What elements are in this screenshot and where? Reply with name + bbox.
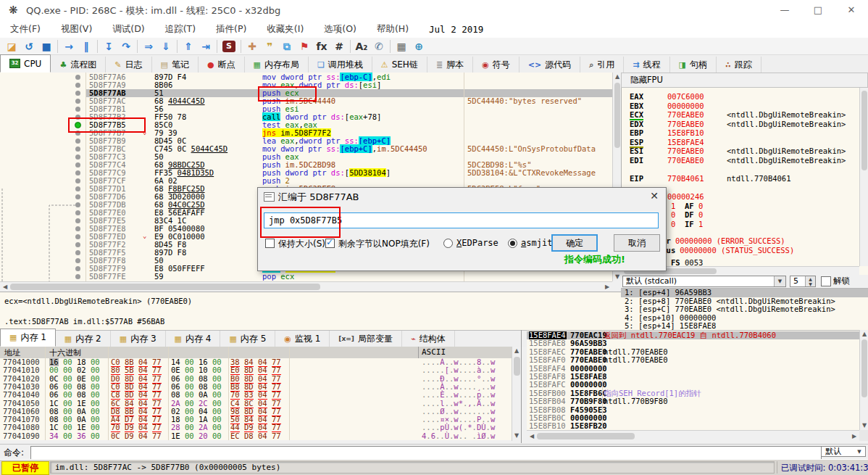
instruction-dot-icon[interactable] — [75, 186, 80, 191]
instruction-dot-icon[interactable] — [75, 234, 80, 239]
open-file-icon[interactable]: ◪ — [3, 39, 20, 54]
instruction-dot-icon[interactable] — [75, 250, 80, 255]
scroll-up-icon[interactable] — [512, 347, 521, 355]
instruction-dot-icon[interactable] — [75, 107, 80, 112]
menu-item-O[interactable]: 选项(O) — [314, 23, 367, 36]
labels-icon[interactable]: ⧉ — [278, 39, 296, 54]
scroll-right-icon[interactable] — [603, 283, 612, 292]
tab-struct[interactable]: ⌁结构体 — [402, 331, 455, 347]
registers-vertical-scrollbar[interactable] — [859, 88, 868, 266]
dialog-close-icon[interactable]: ✕ — [650, 190, 659, 202]
tab-script[interactable]: ≣脚本 — [427, 57, 473, 73]
instruction-dot-icon[interactable] — [75, 75, 80, 80]
menu-item-P[interactable]: 插件(P) — [206, 23, 256, 36]
instruction-dot-icon[interactable] — [75, 146, 80, 152]
font-icon[interactable]: A₂ — [353, 39, 370, 54]
maximize-button[interactable]: □ — [801, 0, 835, 20]
tab-notes[interactable]: ▤笔记 — [152, 57, 199, 73]
step-over-icon[interactable]: ↷ — [117, 39, 135, 54]
chevron-down-icon[interactable] — [774, 276, 785, 286]
memory-dump-view[interactable]: 7704100016 00 18 00C0 8B 04 7714 00 16 0… — [0, 358, 512, 440]
step-into-icon[interactable]: ↧ — [100, 39, 117, 54]
scroll-down-icon[interactable] — [512, 431, 521, 440]
stack-horizontal-scrollbar[interactable] — [527, 430, 859, 442]
tab-trace[interactable]: ∴跟踪 — [717, 57, 761, 73]
menu-item-T[interactable]: 追踪(T) — [155, 23, 206, 36]
stack-row[interactable]: 15E8FB04770B9F80ntdll.770B9F80 — [527, 397, 859, 405]
disasm-horizontal-scrollbar[interactable] — [0, 281, 612, 292]
tab-symbols[interactable]: ◉符号 — [473, 57, 519, 73]
scroll-up-icon[interactable] — [860, 330, 868, 339]
instruction-dot-icon[interactable] — [75, 226, 80, 231]
attach-icon[interactable]: ✆ — [370, 39, 388, 54]
asmjit-radio[interactable] — [508, 239, 517, 248]
scylla-icon[interactable]: S — [222, 41, 235, 52]
dump-col-address[interactable]: 地址 — [4, 347, 20, 358]
dialog-title-bar[interactable]: 汇编于 5D8F77AB ✕ — [258, 188, 666, 205]
functions-icon[interactable]: fx — [313, 39, 330, 54]
menu-item-V[interactable]: 视图(V) — [51, 23, 102, 36]
tab-graph[interactable]: ♣流程图 — [51, 57, 106, 73]
pause-icon[interactable]: ‖ — [78, 39, 95, 54]
patches-icon[interactable]: ✚ — [243, 39, 261, 54]
instruction-dot-icon[interactable] — [75, 178, 80, 183]
instruction-dot-icon[interactable] — [75, 83, 80, 88]
argument-row[interactable]: 3: [esp+C] 770EABE0 <ntdll.DbgUiRemoteBr… — [621, 305, 868, 314]
tab-cpu[interactable]: 32CPU — [0, 54, 51, 73]
instruction-dot-icon[interactable] — [75, 194, 80, 199]
tab-memory-map[interactable]: ▦内存布局 — [245, 57, 309, 73]
calling-convention-select[interactable]: 默认 (stdcall) — [622, 276, 786, 287]
tab-call-stack[interactable]: ❏调用堆栈 — [309, 57, 372, 73]
instruction-dot-icon[interactable] — [75, 139, 80, 144]
unlock-checkbox[interactable] — [821, 276, 831, 286]
disasm-row[interactable]: 5D8F77FE59pop ecx — [0, 273, 612, 281]
stack-row[interactable]: 15E8FAF0770EABE0ntdll.770EABE0 — [527, 356, 859, 364]
tab-breakpoints[interactable]: ●断点 — [199, 57, 245, 73]
scroll-left-icon[interactable] — [527, 432, 536, 441]
tab-source[interactable]: <>源代码 — [519, 57, 580, 73]
tab-dump-3[interactable]: ▦内存 3 — [111, 331, 166, 347]
tab-dump-4[interactable]: ▦内存 4 — [166, 331, 221, 347]
dump-vertical-scrollbar[interactable] — [512, 347, 522, 441]
scroll-right-icon[interactable] — [850, 432, 859, 441]
run-icon[interactable]: → — [60, 39, 78, 54]
spin-up-icon[interactable]: ▲▼ — [805, 276, 815, 286]
instruction-dot-icon[interactable] — [75, 218, 80, 223]
calculator-icon[interactable]: ▦ — [393, 39, 410, 54]
comments-icon[interactable]: ❞ — [261, 39, 278, 54]
tab-seh[interactable]: ⚠SEH链 — [372, 57, 427, 73]
argument-row[interactable]: 1: [esp+4] 96A59BB3 — [621, 289, 868, 297]
tab-dump-1[interactable]: ▦内存 1 — [0, 329, 56, 347]
instruction-dot-icon[interactable] — [75, 242, 80, 247]
tab-dump-5[interactable]: ▦内存 5 — [220, 331, 275, 347]
tab-dump-2[interactable]: ▦内存 2 — [56, 331, 111, 347]
hash-icon[interactable]: # — [330, 39, 348, 54]
instruction-dot-icon[interactable] — [75, 99, 80, 104]
command-input[interactable] — [30, 446, 822, 460]
depth-stepper[interactable]: 5 ▲▼ — [790, 276, 816, 287]
minimize-button[interactable]: — — [768, 0, 801, 20]
instruction-dot-icon[interactable] — [75, 91, 80, 96]
menu-item-H[interactable]: 帮助(H) — [367, 23, 419, 36]
ok-button[interactable]: 确定 — [551, 234, 598, 252]
tab-log[interactable]: ✎日志 — [106, 57, 151, 73]
instruction-dot-icon[interactable] — [75, 170, 80, 175]
instruction-dot-icon[interactable] — [75, 154, 80, 160]
keep-size-checkbox[interactable] — [265, 239, 275, 248]
arguments-view[interactable]: 1: [esp+4] 96A59BB32: [esp+8] 770EABE0 <… — [621, 288, 868, 331]
tab-locals[interactable]: [x=]局部变量 — [330, 331, 402, 347]
instruction-dot-icon[interactable] — [75, 258, 80, 263]
run-to-user-code-icon[interactable]: ⇥ — [197, 39, 214, 54]
dump-col-ascii[interactable]: ASCII — [422, 347, 446, 357]
stack-vertical-scrollbar[interactable] — [859, 330, 868, 430]
restart-icon[interactable]: ↺ — [20, 39, 38, 54]
instruction-dot-icon[interactable] — [75, 162, 80, 168]
instruction-dot-icon[interactable] — [75, 266, 80, 271]
menu-item-D[interactable]: 调试(D) — [102, 23, 154, 36]
command-profile-select[interactable]: 默认 — [821, 446, 866, 457]
stack-view[interactable]: 15E8FAE4770EAC19返回到 ntdll.770EAC19 自 ntd… — [527, 330, 859, 430]
stack-row[interactable]: 15E8FB1015E8FB20 — [527, 422, 859, 430]
trace-into-icon[interactable]: ⇒ — [140, 39, 157, 54]
close-button[interactable]: ✕ — [835, 0, 868, 20]
instruction-dot-icon[interactable] — [75, 274, 80, 279]
